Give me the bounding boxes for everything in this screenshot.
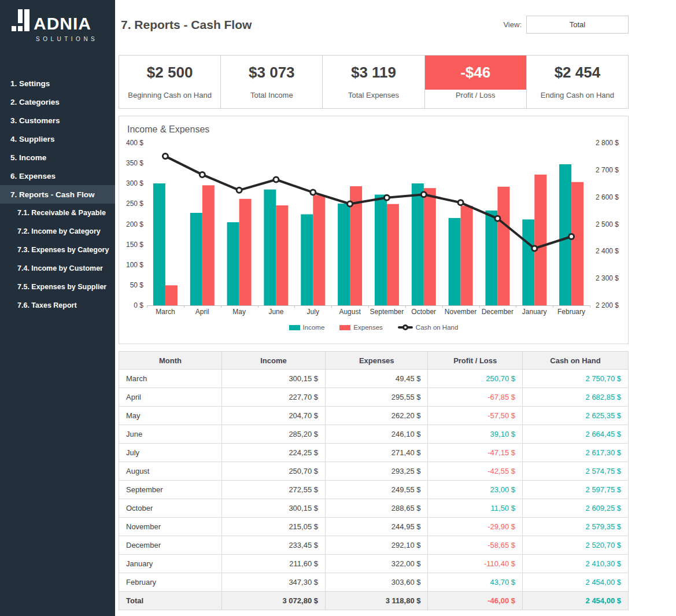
sidebar-item-7-2-income-by-category[interactable]: 7.2. Income by Category [0, 222, 115, 241]
cell-income: 227,70 $ [222, 388, 326, 407]
right-axis-tick: 2 400 $ [596, 247, 619, 255]
line-marker [495, 216, 500, 221]
left-axis-tick: 100 $ [126, 261, 143, 269]
left-axis-tick: 250 $ [126, 200, 143, 208]
legend-line-swatch [398, 324, 413, 330]
kpi-card-total-expenses: $3 119Total Expenses [323, 56, 424, 108]
cell-month: July [119, 444, 222, 462]
table-total-row: Total3 072,80 $3 118,80 $-46,00 $2 454,0… [119, 592, 629, 610]
legend-swatch [339, 325, 350, 330]
table-row: September272,55 $249,55 $23,00 $2 597,75… [119, 481, 629, 499]
kpi-label: Profit / Loss [425, 90, 526, 108]
bar-expenses [387, 204, 399, 305]
cell-profit: 43,70 $ [428, 573, 522, 592]
legend-item-expenses: Expenses [339, 324, 383, 331]
sidebar-item-7-reports-cash-flow[interactable]: 7. Reports - Cash Flow [0, 185, 115, 204]
sidebar-item-5-income[interactable]: 5. Income [0, 148, 115, 167]
table-header-cell: Profit / Loss [428, 352, 522, 370]
cell-expenses: 3 118,80 $ [325, 592, 427, 610]
kpi-cards: $2 500Beginning Cash on Hand$3 073Total … [119, 55, 629, 109]
bar-expenses [276, 205, 288, 305]
sidebar-nav: 1. Settings2. Categories3. Customers4. S… [0, 74, 115, 315]
kpi-value: $3 073 [221, 56, 322, 90]
right-axis-tick: 2 700 $ [596, 166, 619, 174]
cashflow-table: MonthIncomeExpensesProfit / LossCash on … [119, 351, 629, 610]
sidebar-item-1-settings[interactable]: 1. Settings [0, 74, 115, 93]
cell-profit: 39,10 $ [428, 425, 522, 444]
view-label: View: [503, 20, 522, 29]
cell-expenses: 303,60 $ [325, 573, 427, 592]
income-expenses-chart-panel: Income & Expenses 0 $50 $100 $150 $200 $… [119, 116, 629, 344]
sidebar-item-7-5-expenses-by-supplier[interactable]: 7.5. Expenses by Supplier [0, 278, 115, 296]
table-row: October300,15 $288,65 $11,50 $2 609,25 $ [119, 499, 629, 518]
sidebar: ADNIA SOLUTIONS 1. Settings2. Categories… [0, 0, 115, 616]
main-content: 7. Reports - Cash Flow View: Total $2 50… [115, 0, 676, 616]
sidebar-item-3-customers[interactable]: 3. Customers [0, 111, 115, 130]
table-row: July224,25 $271,40 $-47,15 $2 617,30 $ [119, 444, 629, 462]
line-marker [384, 195, 389, 200]
table-header-cell: Expenses [325, 352, 427, 370]
bar-income [190, 213, 202, 305]
line-marker [200, 172, 205, 177]
cell-cash: 2 454,00 $ [522, 592, 628, 610]
x-axis-label: May [221, 308, 258, 316]
kpi-label: Total Income [221, 90, 322, 108]
cell-profit: 11,50 $ [428, 499, 522, 518]
bar-expenses [497, 187, 509, 305]
kpi-value: $2 454 [527, 56, 628, 90]
sidebar-item-4-suppliers[interactable]: 4. Suppliers [0, 130, 115, 148]
x-axis-labels: MarchAprilMayJuneJulyAugustSeptemberOcto… [147, 308, 590, 316]
line-marker [458, 200, 463, 205]
line-marker [311, 190, 316, 195]
kpi-label: Beginning Cash on Hand [119, 90, 220, 108]
x-axis-label: December [479, 308, 516, 316]
legend-label: Income [303, 324, 325, 331]
line-marker [421, 192, 426, 197]
x-axis-label: April [184, 308, 221, 316]
bar-income [522, 219, 534, 305]
sidebar-item-7-6-taxes-report[interactable]: 7.6. Taxes Report [0, 296, 115, 315]
left-axis-tick: 150 $ [126, 241, 143, 249]
bar-income [153, 183, 165, 305]
chart-legend: IncomeExpensesCash on Hand [119, 324, 628, 331]
x-axis-label: January [516, 308, 553, 316]
x-axis-label: July [294, 308, 331, 316]
bar-income [301, 215, 313, 306]
cell-profit: -46,00 $ [428, 592, 522, 610]
page-title: 7. Reports - Cash Flow [121, 18, 252, 32]
cell-income: 204,70 $ [222, 407, 326, 425]
legend-label: Cash on Hand [416, 324, 459, 331]
chart-title: Income & Expenses [119, 116, 628, 135]
sidebar-item-7-3-expenses-by-category[interactable]: 7.3. Expenses by Category [0, 241, 115, 259]
sidebar-item-7-4-income-by-customer[interactable]: 7.4. Income by Customer [0, 259, 115, 278]
cell-income: 3 072,80 $ [222, 592, 326, 610]
cell-income: 211,60 $ [222, 555, 326, 573]
right-axis: 2 200 $2 300 $2 400 $2 500 $2 600 $2 700… [590, 143, 628, 305]
view-select[interactable]: Total [526, 16, 629, 34]
cell-profit: 250,70 $ [428, 370, 522, 388]
cell-income: 347,30 $ [222, 573, 326, 592]
sidebar-item-2-categories[interactable]: 2. Categories [0, 93, 115, 111]
sidebar-item-6-expenses[interactable]: 6. Expenses [0, 167, 115, 185]
logo: ADNIA SOLUTIONS [0, 0, 115, 65]
cell-cash: 2 682,85 $ [522, 388, 628, 407]
cell-income: 224,25 $ [222, 444, 326, 462]
table-header-cell: Month [119, 352, 222, 370]
table-row: November215,05 $244,95 $-29,90 $2 579,35… [119, 518, 629, 536]
left-axis-tick: 200 $ [126, 220, 143, 228]
cell-cash: 2 625,35 $ [522, 407, 628, 425]
line-marker [237, 187, 242, 193]
cell-income: 215,05 $ [222, 518, 326, 536]
table-header-row: MonthIncomeExpensesProfit / LossCash on … [119, 352, 629, 370]
cell-cash: 2 664,45 $ [522, 425, 628, 444]
cell-expenses: 288,65 $ [325, 499, 427, 518]
sidebar-item-7-1-receivable-payable[interactable]: 7.1. Receivable & Payable [0, 204, 115, 222]
line-marker [274, 177, 279, 182]
bar-expenses [461, 206, 473, 305]
bar-expenses [424, 188, 436, 305]
cell-expenses: 246,10 $ [325, 425, 427, 444]
cell-cash: 2 579,35 $ [522, 518, 628, 536]
x-axis-label: October [405, 308, 442, 316]
cell-expenses: 322,00 $ [325, 555, 427, 573]
line-marker [162, 154, 168, 159]
